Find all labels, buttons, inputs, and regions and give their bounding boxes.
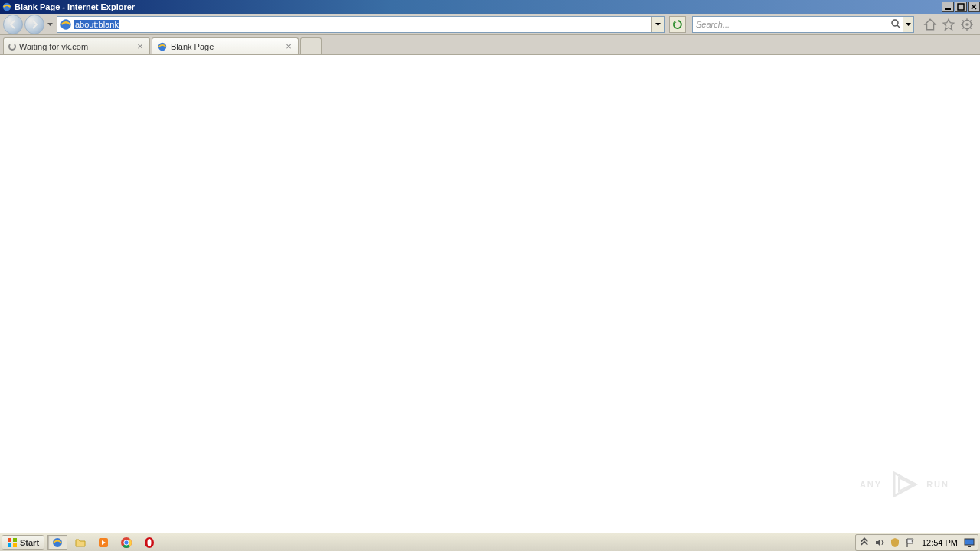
search-input[interactable]: Search... — [693, 20, 889, 29]
navigation-toolbar: about:blank Search... — [0, 14, 980, 35]
svg-point-20 — [148, 539, 152, 546]
tab-close-button[interactable]: × — [136, 42, 145, 51]
tab-title: Blank Page — [171, 42, 284, 51]
tray-expand-icon[interactable] — [859, 537, 870, 548]
search-bar[interactable]: Search... — [692, 16, 914, 33]
tab-close-button[interactable]: × — [284, 42, 293, 51]
watermark: ANY RUN — [860, 467, 949, 502]
svg-point-6 — [965, 23, 968, 25]
nav-history-dropdown[interactable] — [46, 15, 54, 34]
system-tray: 12:54 PM — [855, 534, 978, 551]
taskbar: Start 12:54 PM — [0, 533, 980, 551]
svg-rect-1 — [945, 8, 951, 10]
maximize-button[interactable] — [955, 2, 967, 12]
favorites-icon[interactable] — [942, 18, 956, 31]
window-titlebar: Blank Page - Internet Explorer — [0, 0, 980, 14]
svg-rect-8 — [8, 538, 11, 542]
taskbar-item-media[interactable] — [93, 535, 113, 550]
close-button[interactable] — [968, 2, 980, 12]
start-label: Start — [20, 538, 39, 547]
window-title: Blank Page - Internet Explorer — [15, 2, 135, 11]
ie-icon — [2, 2, 12, 12]
svg-rect-22 — [968, 546, 971, 547]
svg-rect-21 — [965, 539, 974, 545]
taskbar-item-ie[interactable] — [47, 535, 67, 550]
minimize-button[interactable] — [942, 2, 954, 12]
home-icon[interactable] — [923, 18, 937, 31]
window-controls — [941, 2, 980, 12]
address-dropdown[interactable] — [651, 17, 664, 32]
tab-blank[interactable]: Blank Page × — [152, 37, 299, 54]
volume-icon[interactable] — [874, 537, 885, 548]
page-content: ANY RUN — [0, 55, 980, 533]
new-tab-button[interactable] — [300, 37, 322, 54]
tab-title: Waiting for vk.com — [19, 42, 136, 51]
clock[interactable]: 12:54 PM — [920, 538, 959, 547]
start-button[interactable]: Start — [2, 535, 44, 550]
loading-spinner-icon — [8, 43, 16, 51]
taskbar-item-explorer[interactable] — [70, 535, 90, 550]
ie-icon — [157, 41, 168, 52]
windows-flag-icon — [7, 537, 18, 548]
flag-icon[interactable] — [905, 537, 916, 548]
toolbar-icons — [923, 18, 974, 31]
svg-rect-10 — [8, 543, 11, 547]
refresh-button[interactable] — [669, 16, 686, 33]
svg-point-4 — [892, 20, 898, 26]
monitor-icon[interactable] — [964, 537, 975, 548]
taskbar-item-chrome[interactable] — [116, 535, 136, 550]
shield-icon[interactable] — [890, 537, 900, 548]
tab-strip: Waiting for vk.com × Blank Page × — [0, 35, 980, 55]
svg-rect-2 — [958, 4, 964, 10]
back-button[interactable] — [3, 15, 23, 34]
tab-loading[interactable]: Waiting for vk.com × — [3, 37, 150, 54]
tools-icon[interactable] — [960, 18, 974, 31]
taskbar-item-opera[interactable] — [139, 535, 159, 550]
page-icon — [59, 18, 73, 31]
svg-rect-11 — [13, 543, 17, 547]
address-input[interactable]: about:blank — [73, 19, 651, 30]
search-button[interactable] — [889, 17, 903, 32]
svg-rect-9 — [13, 538, 17, 542]
search-provider-dropdown[interactable] — [903, 17, 913, 32]
address-bar[interactable]: about:blank — [57, 16, 665, 33]
forward-button[interactable] — [24, 15, 44, 34]
